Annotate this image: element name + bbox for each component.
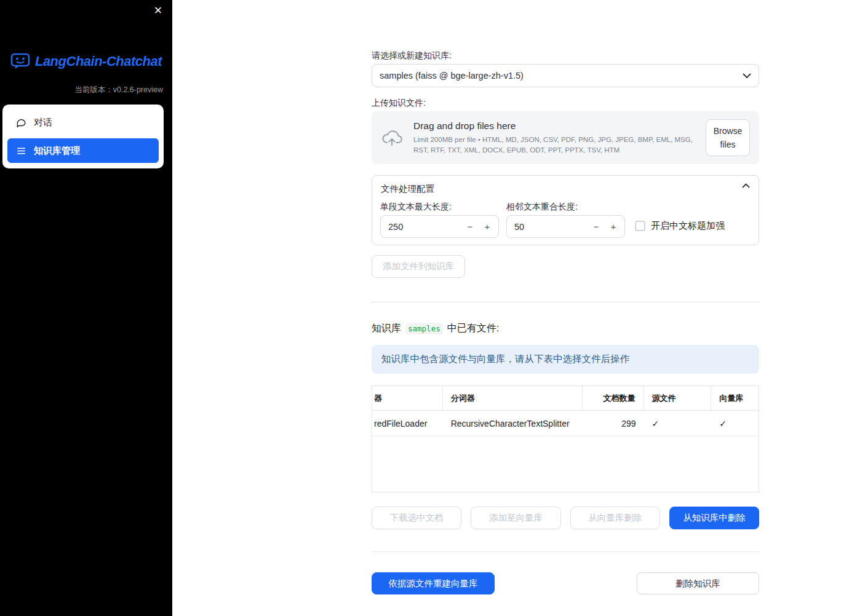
sidebar-item-label: 对话 (34, 117, 52, 128)
overlap-size-value: 50 (514, 222, 588, 232)
add-files-button[interactable]: 添加文件到知识库 (372, 255, 465, 278)
table-header-source-file[interactable]: 源文件 (644, 386, 712, 410)
chevron-up-icon[interactable] (742, 183, 750, 188)
cell-vector-store-check: ✓ (711, 411, 759, 436)
overlap-size-decrement-button[interactable]: − (588, 218, 605, 236)
cell-source-file-check: ✓ (644, 411, 712, 436)
sidebar-item-dialogue[interactable]: 对话 (7, 110, 159, 135)
file-config-expander: 文件处理配置 单段文本最大长度: 250 − + 相邻文本重合长度: 50 − … (372, 175, 759, 245)
kb-name-code: samples (405, 323, 443, 334)
kb-files-prefix: 知识库 (372, 322, 401, 335)
delete-kb-button[interactable]: 删除知识库 (637, 572, 759, 594)
chevron-down-icon (743, 73, 751, 79)
files-table[interactable]: 器 分词器 文档数量 源文件 向量库 redFileLoader Recursi… (372, 385, 759, 492)
cell-loader: redFileLoader (372, 411, 443, 436)
chat-bubble-icon (16, 117, 26, 128)
divider (372, 551, 759, 552)
rebuild-vector-store-button[interactable]: 依据源文件重建向量库 (372, 572, 495, 594)
sidebar: × LangChain-Chatchat 当前版本：v0.2.6-preview… (0, 0, 172, 616)
table-row[interactable]: redFileLoader RecursiveCharacterTextSpli… (372, 411, 759, 436)
dropzone-text: Drag and drop files here Limit 200MB per… (413, 120, 695, 155)
overlap-size-label: 相邻文本重合长度: (506, 202, 578, 213)
chunk-size-input[interactable]: 250 − + (380, 215, 499, 238)
app-title: LangChain-Chatchat (35, 53, 162, 69)
cell-doc-count: 299 (583, 411, 644, 436)
expander-title[interactable]: 文件处理配置 (381, 183, 434, 195)
file-dropzone[interactable]: Drag and drop files here Limit 200MB per… (372, 111, 759, 164)
kb-bottom-actions: 依据源文件重建向量库 删除知识库 (372, 572, 759, 594)
cell-splitter: RecursiveCharacterTextSplitter (443, 411, 583, 436)
table-header-row: 器 分词器 文档数量 源文件 向量库 (372, 386, 759, 411)
info-banner: 知识库中包含源文件与向量库，请从下表中选择文件后操作 (372, 345, 759, 374)
overlap-size-input[interactable]: 50 − + (506, 215, 625, 238)
list-icon (16, 146, 26, 156)
kb-select-label: 请选择或新建知识库: (372, 50, 452, 61)
divider (372, 302, 759, 302)
browse-files-button[interactable]: Browse files (706, 119, 750, 157)
dropzone-limits: Limit 200MB per file • HTML, MD, JSON, C… (413, 135, 695, 155)
info-banner-text: 知识库中包含源文件与向量库，请从下表中选择文件后操作 (381, 353, 629, 366)
version-label: 当前版本：v0.2.6-preview (74, 85, 163, 95)
checkbox-label: 开启中文标题加强 (651, 220, 725, 232)
table-header-splitter[interactable]: 分词器 (443, 386, 583, 410)
chunk-size-label: 单段文本最大长度: (380, 202, 452, 213)
app-logo: LangChain-Chatchat (0, 53, 172, 69)
dropzone-title: Drag and drop files here (413, 120, 695, 132)
upload-label: 上传知识文件: (372, 98, 426, 109)
kb-select[interactable]: samples (faiss @ bge-large-zh-v1.5) (372, 64, 759, 87)
add-to-vector-store-button[interactable]: 添加至向量库 (471, 507, 560, 529)
chunk-size-value: 250 (388, 222, 461, 232)
delete-from-vector-store-button[interactable]: 从向量库删除 (570, 507, 660, 529)
kb-files-suffix: 中已有文件: (447, 322, 499, 335)
close-icon[interactable]: × (151, 4, 165, 17)
chunk-size-decrement-button[interactable]: − (461, 218, 479, 236)
main-content: 请选择或新建知识库: samples (faiss @ bge-large-zh… (372, 0, 759, 616)
cloud-upload-icon (381, 129, 403, 146)
sidebar-item-knowledge-base[interactable]: 知识库管理 (7, 138, 159, 163)
zh-title-enhance-checkbox[interactable]: 开启中文标题加强 (635, 220, 725, 232)
delete-from-kb-button[interactable]: 从知识库中删除 (669, 507, 759, 529)
chunk-size-increment-button[interactable]: + (479, 218, 496, 236)
file-action-buttons: 下载选中文档 添加至向量库 从向量库删除 从知识库中删除 (372, 507, 759, 529)
table-header-loader[interactable]: 器 (372, 386, 443, 410)
download-selected-button[interactable]: 下载选中文档 (372, 507, 461, 529)
checkbox-icon[interactable] (635, 221, 645, 231)
kb-select-value: samples (faiss @ bge-large-zh-v1.5) (380, 71, 524, 81)
logo-icon (10, 53, 30, 69)
sidebar-item-label: 知识库管理 (34, 145, 80, 157)
kb-files-heading: 知识库 samples 中已有文件: (372, 322, 499, 335)
sidebar-menu: 对话 知识库管理 (2, 105, 164, 168)
table-header-vector-store[interactable]: 向量库 (711, 386, 759, 410)
table-header-doc-count[interactable]: 文档数量 (583, 386, 644, 410)
overlap-size-increment-button[interactable]: + (605, 218, 622, 236)
